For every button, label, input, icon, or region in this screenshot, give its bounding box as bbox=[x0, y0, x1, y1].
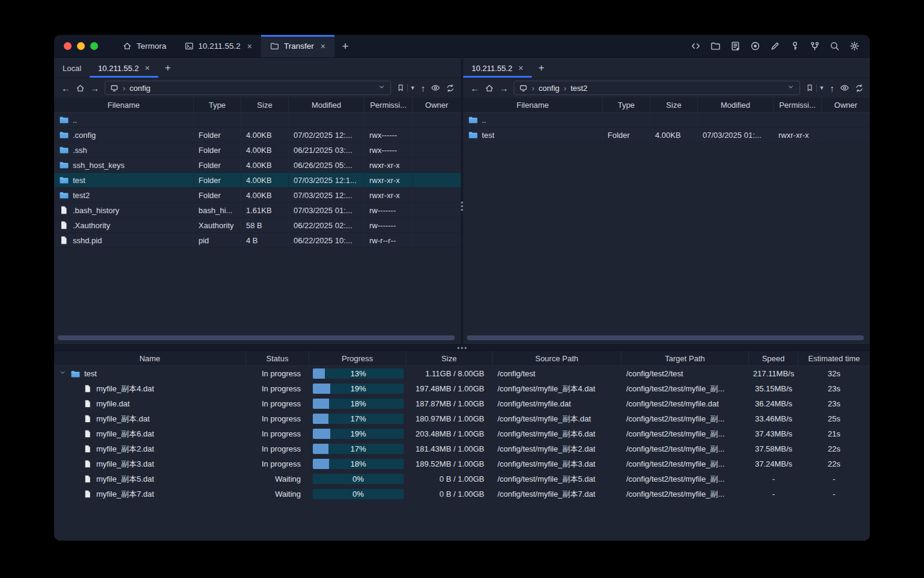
column-header[interactable]: Estimated time bbox=[798, 351, 870, 365]
column-header[interactable]: Name bbox=[54, 351, 246, 365]
record-button[interactable] bbox=[748, 39, 762, 54]
column-header[interactable]: Owner bbox=[413, 98, 461, 112]
caret-down-icon[interactable]: ▼ bbox=[819, 85, 825, 91]
table-row[interactable]: .. bbox=[463, 113, 870, 128]
close-icon[interactable]: × bbox=[247, 42, 252, 51]
home-button[interactable] bbox=[485, 84, 494, 93]
transfer-row[interactable]: myfile_副本4.datIn progress19%197.48MB / 1… bbox=[54, 381, 870, 396]
close-icon[interactable]: × bbox=[321, 42, 325, 51]
close-window-button[interactable] bbox=[64, 42, 72, 50]
caret-down-icon[interactable]: ▼ bbox=[410, 85, 416, 91]
filename: sshd.pid bbox=[73, 236, 102, 245]
column-header[interactable]: Size bbox=[241, 98, 289, 112]
left_panel-tab-strip: Local10.211.55.2×+ bbox=[54, 58, 461, 78]
path-segment[interactable]: test2 bbox=[570, 84, 587, 93]
transfer-row[interactable]: myfile.datIn progress18%187.87MB / 1.00G… bbox=[54, 396, 870, 411]
close-icon[interactable]: × bbox=[519, 63, 523, 73]
gear-button[interactable] bbox=[847, 39, 861, 54]
column-header[interactable]: Modified bbox=[698, 98, 774, 112]
table-row[interactable]: test2Folder4.00KB07/03/2025 12:...rwxr-x… bbox=[54, 188, 461, 203]
back-button[interactable]: ← bbox=[470, 84, 479, 93]
folder-button[interactable] bbox=[708, 39, 722, 54]
path-segment[interactable]: config bbox=[129, 84, 150, 93]
column-header[interactable]: Target Path bbox=[621, 351, 749, 365]
home-button[interactable] bbox=[76, 84, 85, 93]
edit-button[interactable] bbox=[768, 39, 782, 54]
new-panel-tab-button[interactable]: + bbox=[532, 58, 551, 78]
transfer-row[interactable]: myfile_副本3.datIn progress18%189.52MB / 1… bbox=[54, 456, 870, 471]
show-hidden-button[interactable] bbox=[431, 83, 440, 93]
table-row[interactable]: .XauthorityXauthority58 B06/22/2025 02:.… bbox=[54, 218, 461, 233]
upload-button[interactable]: ↑ bbox=[830, 84, 835, 93]
progress-cell: 19% bbox=[309, 426, 406, 441]
new-panel-tab-button[interactable]: + bbox=[158, 58, 177, 78]
keychain-button[interactable] bbox=[807, 39, 822, 54]
path-input[interactable]: ›config bbox=[105, 81, 391, 95]
upload-button[interactable]: ↑ bbox=[421, 84, 426, 93]
title-tab-transfer[interactable]: Transfer× bbox=[261, 35, 334, 57]
column-header[interactable]: Permissi... bbox=[774, 98, 822, 112]
code-button[interactable] bbox=[688, 39, 703, 54]
panel-tab-10-211-55-2[interactable]: 10.211.55.2× bbox=[90, 58, 158, 78]
table-row[interactable]: testFolder4.00KB07/03/2025 01:...rwxr-xr… bbox=[463, 128, 870, 143]
log-button[interactable] bbox=[728, 39, 742, 54]
transfer-row[interactable]: myfile_副本6.datIn progress19%203.48MB / 1… bbox=[54, 426, 870, 441]
forward-button[interactable]: → bbox=[499, 84, 508, 93]
column-header[interactable]: Source Path bbox=[493, 351, 621, 365]
table-row[interactable]: ssh_host_keysFolder4.00KB06/26/2025 05:.… bbox=[54, 158, 461, 173]
zoom-window-button[interactable] bbox=[90, 42, 98, 50]
table-row[interactable]: testFolder4.00KB07/03/2025 12:1...rwxr-x… bbox=[54, 173, 461, 188]
horizontal-scrollbar[interactable] bbox=[467, 335, 864, 340]
panel-tab-local[interactable]: Local bbox=[54, 58, 90, 78]
transfer-row[interactable]: myfile_副本7.datWaiting0%0 B / 1.00GB/conf… bbox=[54, 486, 870, 502]
title-tab-termora[interactable]: Termora bbox=[114, 35, 176, 57]
forward-button[interactable]: → bbox=[90, 84, 99, 93]
horizontal-scrollbar[interactable] bbox=[58, 335, 455, 340]
column-header[interactable]: Owner bbox=[822, 98, 870, 112]
column-header[interactable]: Size bbox=[406, 351, 493, 365]
close-icon[interactable]: × bbox=[145, 63, 150, 73]
column-header[interactable]: Status bbox=[246, 351, 309, 365]
transfer-row[interactable]: testIn progress13%1.11GB / 8.00GB/config… bbox=[54, 366, 870, 381]
panel-tab-10-211-55-2[interactable]: 10.211.55.2× bbox=[463, 58, 532, 78]
file-modified: 06/22/2025 02:... bbox=[289, 218, 365, 232]
bookmark-button[interactable] bbox=[396, 84, 405, 92]
column-header[interactable]: Type bbox=[194, 98, 241, 112]
column-header[interactable]: Progress bbox=[309, 351, 406, 365]
new-title-tab-button[interactable]: + bbox=[334, 35, 356, 57]
transfer-row[interactable]: myfile_副本2.datIn progress17%181.43MB / 1… bbox=[54, 441, 870, 456]
horizontal-splitter[interactable] bbox=[54, 344, 870, 351]
path-segment[interactable]: config bbox=[538, 84, 559, 93]
column-header[interactable]: Permissi... bbox=[365, 98, 413, 112]
key-button[interactable] bbox=[787, 39, 802, 54]
chevron-down-icon[interactable] bbox=[787, 83, 795, 93]
column-header[interactable]: Type bbox=[603, 98, 650, 112]
refresh-button[interactable] bbox=[855, 84, 864, 93]
column-header[interactable]: Modified bbox=[289, 98, 365, 112]
minimize-window-button[interactable] bbox=[77, 42, 85, 50]
column-header[interactable]: Filename bbox=[463, 98, 603, 112]
transfer-size: 187.87MB / 1.00GB bbox=[406, 396, 493, 411]
table-row[interactable]: sshd.pidpid4 B06/22/2025 10:...rw-r--r-- bbox=[54, 233, 461, 248]
chevron-down-icon[interactable] bbox=[378, 83, 386, 93]
bookmark-icon bbox=[396, 84, 405, 92]
show-hidden-button[interactable] bbox=[840, 83, 849, 93]
table-row[interactable]: .. bbox=[54, 113, 461, 128]
back-button[interactable]: ← bbox=[61, 84, 70, 93]
table-row[interactable]: .bash_historybash_hi...1.61KB07/03/2025 … bbox=[54, 203, 461, 218]
transfer-row[interactable]: myfile_副本5.datWaiting0%0 B / 1.00GB/conf… bbox=[54, 471, 870, 486]
column-header[interactable]: Size bbox=[650, 98, 698, 112]
path-input[interactable]: ›config›test2 bbox=[514, 81, 800, 95]
refresh-button[interactable] bbox=[446, 84, 455, 93]
column-header[interactable]: Speed bbox=[749, 351, 798, 365]
expand-chevron-icon[interactable] bbox=[59, 369, 66, 378]
search-button[interactable] bbox=[827, 39, 842, 54]
title-tab-10-211-55-2[interactable]: 10.211.55.2× bbox=[176, 35, 262, 57]
file-modified: 07/03/2025 12:1... bbox=[289, 173, 365, 187]
transfer-row[interactable]: myfile_副本.datIn progress17%180.97MB / 1.… bbox=[54, 411, 870, 426]
table-row[interactable]: .sshFolder4.00KB06/21/2025 03:...rwx----… bbox=[54, 143, 461, 158]
column-header[interactable]: Filename bbox=[54, 98, 194, 112]
file-owner bbox=[413, 143, 461, 157]
bookmark-button[interactable] bbox=[805, 84, 814, 92]
table-row[interactable]: .configFolder4.00KB07/02/2025 12:...rwx-… bbox=[54, 128, 461, 143]
